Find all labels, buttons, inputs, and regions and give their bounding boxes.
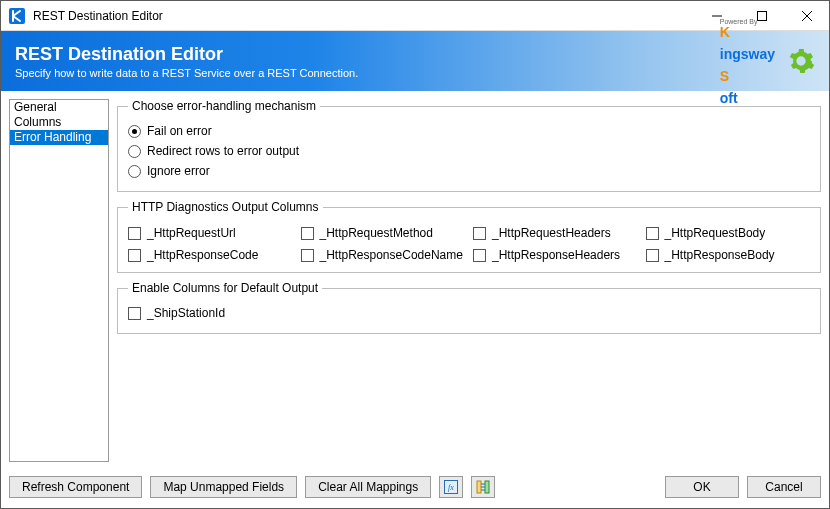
sidebar-item-general[interactable]: General (10, 100, 108, 115)
banner-heading: REST Destination Editor (15, 44, 720, 65)
editor-window: REST Destination Editor REST Destination… (0, 0, 830, 509)
checkbox-label: _HttpRequestMethod (320, 226, 433, 240)
check-http-response-code-name[interactable]: _HttpResponseCodeName (301, 248, 466, 262)
checkbox-icon (301, 249, 314, 262)
check-http-request-body[interactable]: _HttpRequestBody (646, 226, 811, 240)
default-output-legend: Enable Columns for Default Output (128, 281, 322, 295)
checkbox-label: _HttpResponseBody (665, 248, 775, 262)
radio-icon (128, 165, 141, 178)
banner-text: REST Destination Editor Specify how to w… (15, 44, 720, 79)
column-map-button[interactable] (471, 476, 495, 498)
gear-icon (787, 47, 815, 75)
checkbox-icon (646, 249, 659, 262)
check-http-request-headers[interactable]: _HttpRequestHeaders (473, 226, 638, 240)
check-http-response-headers[interactable]: _HttpResponseHeaders (473, 248, 638, 262)
branding: Powered By KingswaySoft (720, 18, 815, 105)
check-http-request-url[interactable]: _HttpRequestUrl (128, 226, 293, 240)
check-http-response-body[interactable]: _HttpResponseBody (646, 248, 811, 262)
check-http-response-code[interactable]: _HttpResponseCode (128, 248, 293, 262)
radio-redirect-rows[interactable]: Redirect rows to error output (128, 141, 810, 161)
check-shipstation-id[interactable]: _ShipStationId (128, 303, 810, 323)
error-handling-group: Choose error-handling mechanism Fail on … (117, 99, 821, 192)
error-handling-legend: Choose error-handling mechanism (128, 99, 320, 113)
header-banner: REST Destination Editor Specify how to w… (1, 31, 829, 91)
checkbox-label: _HttpResponseCode (147, 248, 258, 262)
checkbox-label: _HttpResponseHeaders (492, 248, 620, 262)
checkbox-label: _HttpResponseCodeName (320, 248, 463, 262)
checkbox-label: _HttpRequestBody (665, 226, 766, 240)
checkbox-icon (128, 227, 141, 240)
banner-subheading: Specify how to write data to a REST Serv… (15, 67, 720, 79)
radio-icon (128, 125, 141, 138)
radio-label: Ignore error (147, 164, 210, 178)
window-title: REST Destination Editor (33, 9, 694, 23)
map-unmapped-fields-button[interactable]: Map Unmapped Fields (150, 476, 297, 498)
refresh-component-button[interactable]: Refresh Component (9, 476, 142, 498)
http-diagnostics-grid: _HttpRequestUrl _HttpRequestMethod _Http… (128, 222, 810, 262)
clear-all-mappings-button[interactable]: Clear All Mappings (305, 476, 431, 498)
logo-text: KingswaySoft (720, 25, 775, 105)
radio-label: Fail on error (147, 124, 212, 138)
checkbox-label: _HttpRequestUrl (147, 226, 236, 240)
editor-body: General Columns Error Handling Choose er… (1, 91, 829, 470)
checkbox-icon (473, 249, 486, 262)
checkbox-icon (473, 227, 486, 240)
default-output-group: Enable Columns for Default Output _ShipS… (117, 281, 821, 334)
radio-icon (128, 145, 141, 158)
checkbox-icon (646, 227, 659, 240)
radio-label: Redirect rows to error output (147, 144, 299, 158)
radio-fail-on-error[interactable]: Fail on error (128, 121, 810, 141)
main-panel: Choose error-handling mechanism Fail on … (117, 99, 821, 462)
svg-rect-7 (477, 481, 481, 493)
cancel-button[interactable]: Cancel (747, 476, 821, 498)
checkbox-label: _HttpRequestHeaders (492, 226, 611, 240)
svg-text:fx: fx (448, 483, 454, 492)
check-http-request-method[interactable]: _HttpRequestMethod (301, 226, 466, 240)
sidebar-item-columns[interactable]: Columns (10, 115, 108, 130)
http-diagnostics-group: HTTP Diagnostics Output Columns _HttpReq… (117, 200, 821, 273)
svg-rect-8 (485, 481, 489, 493)
kingswaysoft-logo: Powered By KingswaySoft (720, 18, 775, 105)
checkbox-icon (128, 307, 141, 320)
http-diagnostics-legend: HTTP Diagnostics Output Columns (128, 200, 323, 214)
expression-builder-button[interactable]: fx (439, 476, 463, 498)
checkbox-icon (128, 249, 141, 262)
checkbox-label: _ShipStationId (147, 306, 225, 320)
titlebar: REST Destination Editor (1, 1, 829, 31)
app-icon (9, 8, 25, 24)
footer-toolbar: Refresh Component Map Unmapped Fields Cl… (1, 470, 829, 508)
ok-button[interactable]: OK (665, 476, 739, 498)
radio-ignore-error[interactable]: Ignore error (128, 161, 810, 181)
category-sidebar[interactable]: General Columns Error Handling (9, 99, 109, 462)
svg-rect-0 (9, 8, 25, 24)
checkbox-icon (301, 227, 314, 240)
sidebar-item-error-handling[interactable]: Error Handling (10, 130, 108, 145)
